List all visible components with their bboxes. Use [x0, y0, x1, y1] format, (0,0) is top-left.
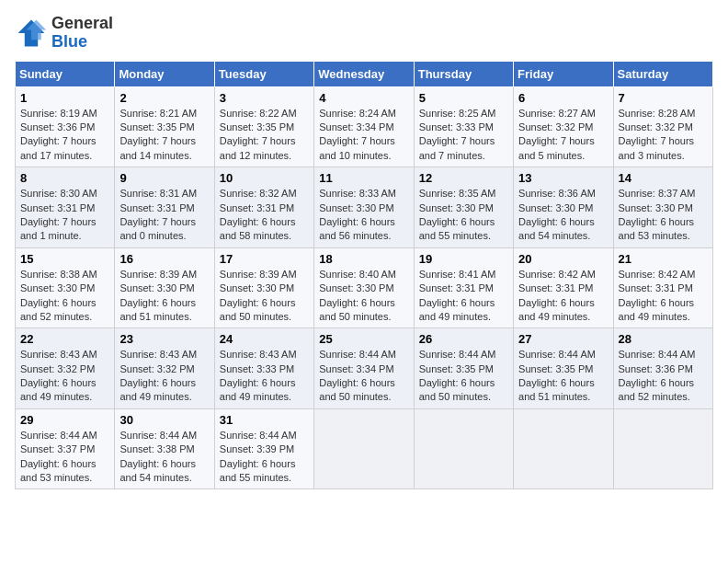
day-detail: Sunrise: 8:38 AM Sunset: 3:30 PM Dayligh… — [20, 268, 109, 325]
day-number: 12 — [419, 171, 508, 185]
sunset-label: Sunset: 3:32 PM — [619, 121, 693, 132]
daylight-label: Daylight: 6 hours and 51 minutes. — [119, 297, 196, 322]
daylight-label: Daylight: 7 hours and 12 minutes. — [220, 135, 296, 160]
calendar-week-row: 1 Sunrise: 8:19 AM Sunset: 3:36 PM Dayli… — [16, 86, 713, 167]
daylight-label: Daylight: 6 hours and 49 minutes. — [518, 297, 595, 322]
day-number: 17 — [220, 252, 309, 266]
daylight-label: Daylight: 6 hours and 55 minutes. — [419, 216, 495, 241]
calendar-cell: 14 Sunrise: 8:37 AM Sunset: 3:30 PM Dayl… — [613, 167, 712, 248]
calendar-cell: 23 Sunrise: 8:43 AM Sunset: 3:32 PM Dayl… — [115, 328, 214, 409]
sunrise-label: Sunrise: 8:35 AM — [419, 188, 496, 199]
day-detail: Sunrise: 8:44 AM Sunset: 3:39 PM Dayligh… — [220, 429, 309, 486]
sunset-label: Sunset: 3:32 PM — [119, 363, 194, 374]
sunrise-label: Sunrise: 8:40 AM — [319, 269, 396, 280]
sunrise-label: Sunrise: 8:22 AM — [220, 108, 297, 119]
sunrise-label: Sunrise: 8:31 AM — [119, 188, 197, 199]
day-number: 8 — [20, 171, 109, 185]
calendar-cell: 22 Sunrise: 8:43 AM Sunset: 3:32 PM Dayl… — [16, 328, 115, 409]
day-detail: Sunrise: 8:37 AM Sunset: 3:30 PM Dayligh… — [619, 187, 708, 244]
calendar-cell: 20 Sunrise: 8:42 AM Sunset: 3:31 PM Dayl… — [514, 247, 613, 328]
day-detail: Sunrise: 8:44 AM Sunset: 3:36 PM Dayligh… — [619, 348, 708, 405]
sunrise-label: Sunrise: 8:32 AM — [220, 188, 297, 199]
sunrise-label: Sunrise: 8:28 AM — [619, 108, 696, 119]
logo-icon — [15, 17, 48, 50]
calendar-cell: 1 Sunrise: 8:19 AM Sunset: 3:36 PM Dayli… — [16, 86, 115, 167]
calendar-cell: 17 Sunrise: 8:39 AM Sunset: 3:30 PM Dayl… — [214, 247, 313, 328]
calendar-week-row: 29 Sunrise: 8:44 AM Sunset: 3:37 PM Dayl… — [16, 408, 713, 489]
sunset-label: Sunset: 3:35 PM — [119, 121, 194, 132]
sunrise-label: Sunrise: 8:37 AM — [619, 188, 696, 199]
daylight-label: Daylight: 6 hours and 50 minutes. — [319, 297, 395, 322]
day-number: 6 — [518, 91, 608, 105]
sunset-label: Sunset: 3:38 PM — [119, 443, 194, 454]
sunrise-label: Sunrise: 8:43 AM — [119, 349, 197, 360]
day-detail: Sunrise: 8:44 AM Sunset: 3:38 PM Dayligh… — [119, 429, 209, 486]
sunset-label: Sunset: 3:30 PM — [319, 282, 393, 293]
calendar-cell: 8 Sunrise: 8:30 AM Sunset: 3:31 PM Dayli… — [16, 167, 115, 248]
daylight-label: Daylight: 6 hours and 50 minutes. — [319, 377, 395, 402]
day-detail: Sunrise: 8:39 AM Sunset: 3:30 PM Dayligh… — [220, 268, 309, 325]
day-number: 10 — [220, 171, 309, 185]
daylight-label: Daylight: 6 hours and 49 minutes. — [419, 297, 495, 322]
logo-text: General Blue — [51, 15, 113, 52]
sunrise-label: Sunrise: 8:44 AM — [619, 349, 696, 360]
sunrise-label: Sunrise: 8:21 AM — [119, 108, 197, 119]
daylight-label: Daylight: 6 hours and 51 minutes. — [518, 377, 595, 402]
calendar-cell: 27 Sunrise: 8:44 AM Sunset: 3:35 PM Dayl… — [514, 328, 613, 409]
calendar-cell: 12 Sunrise: 8:35 AM Sunset: 3:30 PM Dayl… — [414, 167, 513, 248]
calendar-cell: 13 Sunrise: 8:36 AM Sunset: 3:30 PM Dayl… — [514, 167, 613, 248]
daylight-label: Daylight: 6 hours and 50 minutes. — [220, 297, 296, 322]
weekday-header-sunday: Sunday — [16, 61, 115, 86]
day-detail: Sunrise: 8:33 AM Sunset: 3:30 PM Dayligh… — [319, 187, 408, 244]
daylight-label: Daylight: 6 hours and 49 minutes. — [619, 297, 695, 322]
day-number: 13 — [518, 171, 608, 185]
sunrise-label: Sunrise: 8:42 AM — [518, 269, 596, 280]
day-number: 15 — [20, 252, 109, 266]
sunset-label: Sunset: 3:34 PM — [319, 121, 393, 132]
day-number: 9 — [119, 171, 209, 185]
sunset-label: Sunset: 3:33 PM — [220, 363, 294, 374]
day-number: 16 — [119, 252, 209, 266]
sunset-label: Sunset: 3:36 PM — [619, 363, 693, 374]
sunset-label: Sunset: 3:31 PM — [119, 202, 194, 213]
day-number: 29 — [20, 413, 109, 427]
calendar-cell: 4 Sunrise: 8:24 AM Sunset: 3:34 PM Dayli… — [314, 86, 414, 167]
sunset-label: Sunset: 3:31 PM — [20, 202, 95, 213]
daylight-label: Daylight: 6 hours and 53 minutes. — [20, 458, 97, 483]
calendar-cell: 6 Sunrise: 8:27 AM Sunset: 3:32 PM Dayli… — [514, 86, 613, 167]
daylight-label: Daylight: 6 hours and 53 minutes. — [619, 216, 695, 241]
day-detail: Sunrise: 8:43 AM Sunset: 3:33 PM Dayligh… — [220, 348, 309, 405]
daylight-label: Daylight: 7 hours and 7 minutes. — [419, 135, 495, 160]
calendar-cell — [613, 408, 712, 489]
sunrise-label: Sunrise: 8:43 AM — [20, 349, 97, 360]
calendar-cell — [514, 408, 613, 489]
sunrise-label: Sunrise: 8:39 AM — [220, 269, 297, 280]
page-header: General Blue — [15, 15, 713, 52]
daylight-label: Daylight: 6 hours and 52 minutes. — [20, 297, 97, 322]
sunrise-label: Sunrise: 8:24 AM — [319, 108, 396, 119]
daylight-label: Daylight: 6 hours and 54 minutes. — [518, 216, 595, 241]
daylight-label: Daylight: 6 hours and 56 minutes. — [319, 216, 395, 241]
sunset-label: Sunset: 3:30 PM — [518, 202, 593, 213]
day-number: 22 — [20, 332, 109, 346]
day-detail: Sunrise: 8:21 AM Sunset: 3:35 PM Dayligh… — [119, 107, 209, 164]
sunrise-label: Sunrise: 8:27 AM — [518, 108, 596, 119]
sunset-label: Sunset: 3:31 PM — [419, 282, 494, 293]
logo: General Blue — [15, 15, 113, 52]
sunset-label: Sunset: 3:33 PM — [419, 121, 494, 132]
sunset-label: Sunset: 3:30 PM — [319, 202, 393, 213]
sunset-label: Sunset: 3:31 PM — [220, 202, 294, 213]
day-detail: Sunrise: 8:41 AM Sunset: 3:31 PM Dayligh… — [419, 268, 508, 325]
calendar-cell: 16 Sunrise: 8:39 AM Sunset: 3:30 PM Dayl… — [115, 247, 214, 328]
weekday-header-monday: Monday — [115, 61, 214, 86]
weekday-header-thursday: Thursday — [414, 61, 513, 86]
calendar-cell: 10 Sunrise: 8:32 AM Sunset: 3:31 PM Dayl… — [214, 167, 313, 248]
calendar-cell: 25 Sunrise: 8:44 AM Sunset: 3:34 PM Dayl… — [314, 328, 414, 409]
calendar-cell: 3 Sunrise: 8:22 AM Sunset: 3:35 PM Dayli… — [214, 86, 313, 167]
day-detail: Sunrise: 8:42 AM Sunset: 3:31 PM Dayligh… — [619, 268, 708, 325]
daylight-label: Daylight: 7 hours and 10 minutes. — [319, 135, 395, 160]
sunset-label: Sunset: 3:30 PM — [20, 282, 95, 293]
daylight-label: Daylight: 7 hours and 0 minutes. — [119, 216, 196, 241]
calendar-cell — [414, 408, 513, 489]
daylight-label: Daylight: 7 hours and 14 minutes. — [119, 135, 196, 160]
